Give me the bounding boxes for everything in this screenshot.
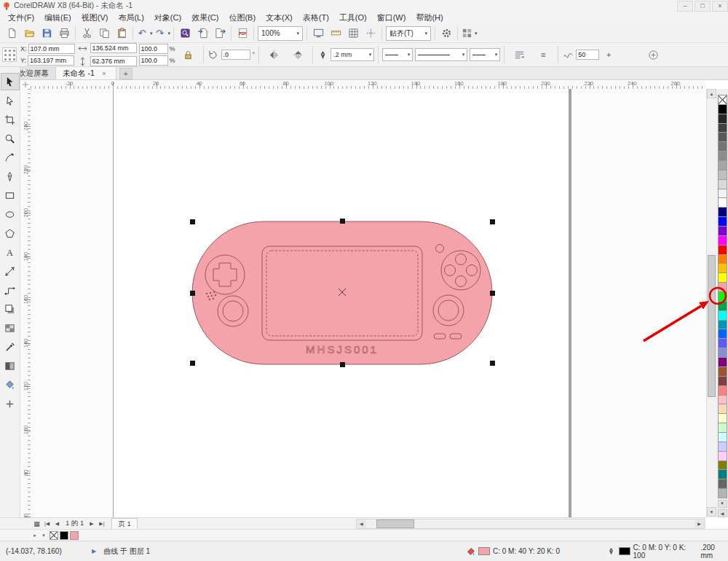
- selection-handle-2[interactable]: [490, 219, 495, 224]
- mirror-vertical-button[interactable]: [287, 47, 309, 62]
- menu-bitmaps[interactable]: 位图(B): [223, 12, 261, 24]
- color-eyedropper-tool[interactable]: [1, 338, 20, 356]
- connector-tool[interactable]: [1, 281, 20, 299]
- palette-swatch-4[interactable]: [718, 132, 727, 142]
- palette-no-color-swatch[interactable]: [718, 95, 727, 105]
- palette-swatch-30[interactable]: [718, 376, 727, 386]
- palette-swatch-26[interactable]: [718, 338, 727, 348]
- line-style-combo[interactable]: ▾: [415, 48, 467, 61]
- x-position-input[interactable]: [28, 44, 75, 54]
- palette-swatch-12[interactable]: [718, 207, 727, 217]
- palette-swatch-11[interactable]: [718, 197, 727, 208]
- palette-swatch-6[interactable]: [718, 151, 727, 161]
- rotation-angle-input[interactable]: [221, 50, 250, 60]
- palette-swatch-34[interactable]: [718, 413, 727, 423]
- palette-swatch-27[interactable]: [718, 348, 727, 358]
- quick-customize-button[interactable]: [643, 47, 665, 62]
- zoom-tool[interactable]: [1, 130, 20, 147]
- palette-swatch-29[interactable]: [718, 366, 727, 377]
- outline-status[interactable]: C: 0 M: 0 Y: 0 K: 100 .200 mm: [606, 544, 728, 560]
- new-document-tab-button[interactable]: +: [119, 68, 132, 79]
- object-width-input[interactable]: [90, 43, 137, 53]
- palette-swatch-21[interactable]: [718, 291, 727, 302]
- mirror-horizontal-button[interactable]: [263, 47, 285, 62]
- palette-swatch-18[interactable]: [718, 263, 727, 273]
- wrap-text-button[interactable]: [508, 47, 530, 62]
- lock-ratio-button[interactable]: [178, 47, 199, 62]
- open-document-button[interactable]: [20, 25, 38, 42]
- ellipse-tool[interactable]: [1, 205, 20, 223]
- document-palette-swatch-0[interactable]: [50, 531, 58, 540]
- menu-edit[interactable]: 编辑(E): [39, 12, 76, 24]
- snap-to-combo[interactable]: 贴齐(T)▾: [386, 26, 431, 41]
- palette-swatch-9[interactable]: [718, 179, 727, 189]
- object-origin-selector[interactable]: [2, 47, 17, 62]
- crop-tool[interactable]: [1, 111, 20, 128]
- application-launcher-button[interactable]: ▾: [460, 25, 478, 42]
- palette-swatch-42[interactable]: [718, 488, 727, 498]
- pick-tool[interactable]: [1, 73, 20, 90]
- object-height-input[interactable]: [90, 56, 137, 66]
- smart-fill-tool[interactable]: [1, 376, 20, 393]
- palette-swatch-15[interactable]: [718, 235, 727, 246]
- fill-status[interactable]: C: 0 M: 40 Y: 20 K: 0: [466, 546, 560, 556]
- shape-tool[interactable]: [1, 92, 20, 109]
- menu-file[interactable]: 文件(F): [3, 12, 39, 24]
- show-grid-button[interactable]: [344, 25, 362, 42]
- document-palette-swatch-1[interactable]: [60, 531, 68, 540]
- interactive-fill-tool[interactable]: [1, 357, 20, 374]
- next-page-button[interactable]: ▶: [87, 519, 96, 528]
- palette-swatch-19[interactable]: [718, 272, 727, 283]
- palette-swatch-5[interactable]: [718, 141, 727, 152]
- selection-handle-3[interactable]: [190, 291, 195, 296]
- save-document-button[interactable]: [38, 25, 55, 42]
- maximize-button[interactable]: □: [695, 1, 711, 12]
- vertical-scrollbar[interactable]: ▲ ▼: [706, 89, 716, 517]
- horizontal-scrollbar[interactable]: ◀ ▶: [356, 519, 705, 529]
- add-nodes-button[interactable]: +: [601, 47, 616, 62]
- undo-button[interactable]: ↶▾: [135, 25, 154, 42]
- options-button[interactable]: [438, 25, 455, 42]
- selected-object[interactable]: MHSJS001: [191, 219, 494, 367]
- palette-swatch-16[interactable]: [718, 245, 727, 255]
- menu-object[interactable]: 对象(C): [149, 12, 186, 24]
- palette-swatch-17[interactable]: [718, 254, 727, 264]
- menu-help[interactable]: 帮助(H): [411, 12, 448, 24]
- selection-handle-0[interactable]: [190, 219, 195, 224]
- polygon-tool[interactable]: [1, 224, 20, 242]
- vertical-ruler[interactable]: 240220200180160140120100806040: [20, 89, 31, 517]
- palette-flyout-icon[interactable]: ◀: [718, 509, 727, 517]
- document-palette-options-icon[interactable]: ▾: [39, 531, 48, 540]
- customize-toolbox-button[interactable]: [1, 395, 20, 412]
- selection-handle-7[interactable]: [490, 361, 495, 366]
- scroll-right-icon[interactable]: ▶: [695, 519, 704, 528]
- palette-swatch-28[interactable]: [718, 357, 727, 367]
- palette-swatch-35[interactable]: [718, 423, 727, 433]
- menu-table[interactable]: 表格(T): [298, 12, 334, 24]
- publish-pdf-button[interactable]: PDF: [234, 25, 251, 42]
- menu-layout[interactable]: 布局(L): [113, 12, 149, 24]
- palette-swatch-32[interactable]: [718, 395, 727, 405]
- search-content-button[interactable]: [176, 25, 194, 42]
- show-rulers-button[interactable]: [327, 25, 344, 42]
- menu-effects[interactable]: 效果(C): [186, 12, 223, 24]
- scroll-down-icon[interactable]: ▼: [707, 507, 716, 517]
- palette-swatch-20[interactable]: [718, 282, 727, 292]
- selection-handle-4[interactable]: [490, 291, 495, 296]
- palette-swatch-14[interactable]: [718, 226, 727, 236]
- menu-tools[interactable]: 工具(O): [334, 12, 372, 24]
- menu-view[interactable]: 视图(V): [76, 12, 114, 24]
- palette-swatch-40[interactable]: [718, 469, 727, 479]
- palette-swatch-31[interactable]: [718, 385, 727, 396]
- export-button[interactable]: [211, 25, 229, 42]
- show-guidelines-button[interactable]: [362, 25, 379, 42]
- scale-height-input[interactable]: [139, 55, 168, 66]
- first-page-button[interactable]: |◀: [42, 519, 52, 528]
- y-position-input[interactable]: [28, 55, 74, 66]
- status-flyout-icon[interactable]: ▶: [92, 548, 96, 554]
- new-document-button[interactable]: [3, 25, 20, 42]
- palette-swatch-25[interactable]: [718, 329, 727, 339]
- palette-swatch-8[interactable]: [718, 170, 727, 180]
- palette-swatch-37[interactable]: [718, 442, 727, 452]
- page-tab[interactable]: 页 1: [111, 518, 137, 529]
